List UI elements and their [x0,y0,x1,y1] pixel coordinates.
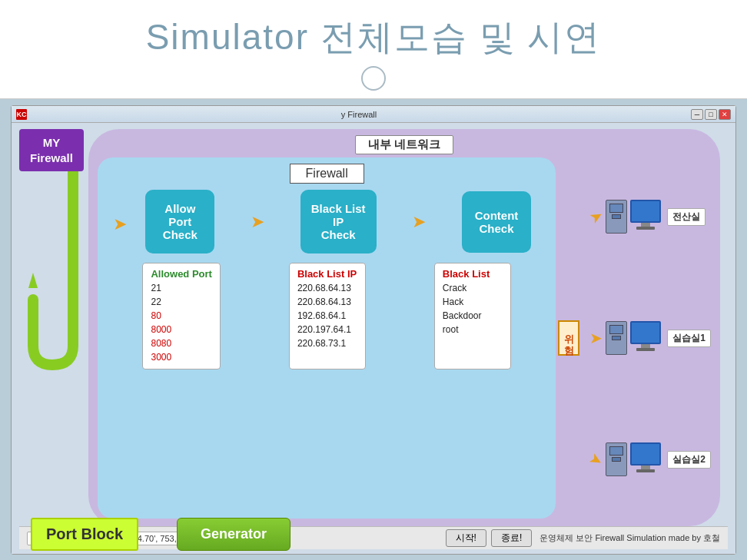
network-label: 내부 네트워크 [355,135,453,154]
my-firewall-badge: MYFirewall [19,129,84,171]
start-button[interactable]: 시작! [446,529,486,547]
close-button[interactable]: ✕ [719,109,731,120]
blue-inner-area: Firewall ➤ AllowPortCheck ➤ Black ListIP… [98,157,556,519]
allowed-port-title: Allowed Port [151,268,211,280]
generator-button[interactable]: Generator [177,518,290,551]
firewall-label: Firewall [290,164,364,184]
input-arrow-icon: ➤ [113,214,127,234]
stop-button[interactable]: 종료! [491,529,532,547]
blacklist-content-values: CrackHackBackdoorroot [443,281,503,336]
window-title: y Firewall [27,110,691,119]
blacklist-ip-box: Black List IP 220.68.64.13 220.68.64.13 … [289,263,366,369]
allowed-port-values: 2122 80 8000 8080 3000 [151,281,211,364]
computer-item-1: ➤ [589,200,711,234]
window-icon: KC [16,109,27,120]
minimize-button[interactable]: ─ [691,109,703,120]
app-window: KC y Firewall ─ □ ✕ MYFirewall 내부 네트워크 [11,105,736,555]
computer1-arrow-icon: ➤ [586,205,606,227]
computer2-label: 실습실1 [667,330,711,347]
status-credit: 운영체제 보안 Firewall Simulation made by 호철 [540,532,720,544]
main-area: KC y Firewall ─ □ ✕ MYFirewall 내부 네트워크 [0,99,747,560]
network-area: 내부 네트워크 Firewall ➤ AllowPortCheck ➤ [88,129,720,526]
blacklist-content-box: Black List CrackHackBackdoorroot [434,263,511,369]
page-title: Simulator 전체모습 및 시연 [0,14,747,61]
computer2-arrow-icon: ➤ [589,329,603,347]
computer3-arrow-icon: ➤ [586,448,606,470]
danger-box: 위험 [558,320,579,356]
computer-item-2: ➤ [589,321,711,355]
computer3-label: 실습실2 [667,451,711,469]
header-circle-decoration [361,66,386,91]
flow-area: Firewall ➤ AllowPortCheck ➤ Black ListIP… [98,157,711,519]
window-controls: ─ □ ✕ [691,109,731,120]
port-block-badge: Port Block [31,518,138,551]
green-arrow-icon [18,146,95,376]
allowed-port-box: Allowed Port 2122 80 8000 8080 3000 [142,263,220,369]
svg-marker-0 [28,273,38,288]
arrow2-icon: ➤ [412,212,426,232]
arrow1-icon: ➤ [251,212,264,232]
info-row: Allowed Port 2122 80 8000 8080 3000 [105,263,548,369]
content-check-box: ContentCheck [462,191,531,253]
computer1-icon [606,200,661,234]
computer3-icon [606,442,661,476]
status-buttons: 시작! 종료! [446,529,533,547]
allow-port-check-box: AllowPortCheck [145,190,214,253]
bottom-bar: Port Block Generator [15,518,290,551]
computer1-label: 전산실 [667,208,706,226]
window-body: MYFirewall 내부 네트워크 Firewall ➤ [12,123,735,554]
computer-item-3: ➤ [589,442,711,476]
blacklist-ip-values: 220.68.64.13 220.68.64.13 192.68.64.1 22… [297,281,357,350]
blacklist-content-title: Black List [443,268,503,280]
window-titlebar: KC y Firewall ─ □ ✕ [12,106,735,123]
computers-column: ➤ [582,157,711,519]
blacklist-ip-check-box: Black ListIPCheck [300,190,377,253]
page-header: Simulator 전체모습 및 시연 [0,0,747,99]
blacklist-ip-title: Black List IP [297,268,357,280]
computer2-icon [606,321,661,355]
process-row: AllowPortCheck ➤ Black ListIPCheck ➤ Con… [128,190,548,253]
maximize-button[interactable]: □ [705,109,717,120]
